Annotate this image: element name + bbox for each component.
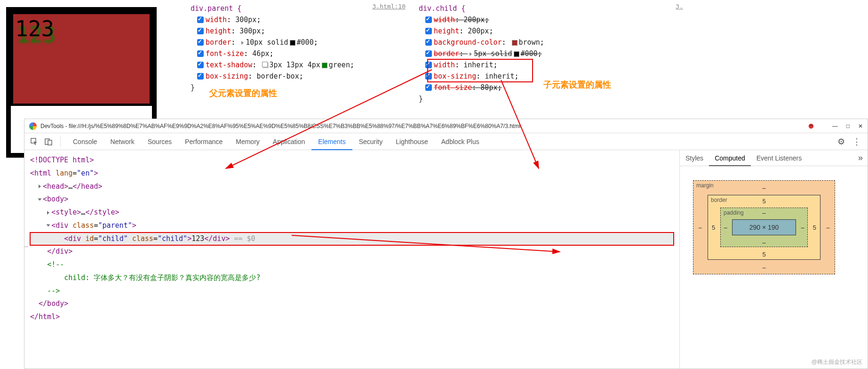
css-declaration[interactable]: box-sizing: border-box;	[191, 71, 405, 82]
brace-close: }	[419, 93, 682, 104]
css-toggle-checkbox[interactable]	[197, 39, 204, 46]
css-declaration[interactable]: width: 200px;	[419, 14, 682, 25]
side-tab-styles[interactable]: Styles	[680, 150, 709, 166]
side-tab-computed[interactable]: Computed	[709, 150, 751, 166]
annotation-child-label: 子元素设置的属性	[543, 79, 611, 90]
collapse-icon[interactable]	[47, 225, 50, 227]
tab-network[interactable]: Network	[104, 133, 141, 150]
css-declaration[interactable]: background-color: brown;	[419, 37, 682, 48]
css-declaration[interactable]: text-shadow: 3px 13px 4pxgreen;	[191, 59, 405, 71]
watermark: @稀土掘金技术社区	[812, 358, 862, 366]
settings-icon[interactable]: ⚙	[835, 136, 848, 147]
device-icon[interactable]	[42, 136, 55, 148]
side-tab-event-listeners[interactable]: Event Listeners	[751, 150, 808, 166]
styles-panel-child: 3. div.child { width: 200px;height: 200p…	[414, 0, 687, 107]
css-toggle-checkbox[interactable]	[425, 50, 432, 57]
collapse-icon[interactable]	[38, 198, 42, 201]
bm-border-label: border	[711, 197, 727, 203]
svg-rect-5	[48, 140, 52, 145]
css-declaration[interactable]: border: 5px solid#000;	[419, 48, 682, 59]
css-toggle-checkbox[interactable]	[425, 84, 432, 91]
tab-security[interactable]: Security	[352, 133, 390, 150]
css-declaration[interactable]: font-size: 46px;	[191, 48, 405, 59]
bug-icon[interactable]	[808, 123, 814, 129]
css-declaration[interactable]: border: 10px solid#000;	[191, 37, 405, 48]
ellipsis-icon: ⋯	[24, 240, 29, 254]
css-toggle-checkbox[interactable]	[425, 28, 432, 34]
devtools-window: DevTools - file:///H:/js/%E5%89%8D%E7%AB…	[24, 119, 868, 369]
css-declaration[interactable]: height: 200px;	[419, 25, 682, 37]
more-icon[interactable]: ⋮	[850, 136, 864, 147]
side-tabs: StylesComputedEvent Listeners»	[680, 150, 868, 166]
side-panel: StylesComputedEvent Listeners» margin ‒ …	[679, 150, 868, 369]
window-maximize-button[interactable]: □	[846, 123, 850, 129]
rendered-child: 123	[11, 12, 152, 106]
annotation-parent-label: 父元素设置的属性	[209, 88, 277, 99]
css-declaration[interactable]: width: 300px;	[191, 14, 405, 25]
bm-padding-label: padding	[724, 209, 744, 216]
css-toggle-checkbox[interactable]	[425, 39, 432, 46]
styles-panel-parent: 3.html:10 div.parent { width: 300px;heig…	[186, 0, 409, 96]
svg-point-1	[810, 125, 811, 126]
more-icon[interactable]: »	[853, 153, 868, 163]
css-selector: div.child {	[419, 4, 465, 13]
svg-point-0	[809, 123, 814, 128]
tab-application[interactable]: Application	[266, 133, 312, 150]
expand-icon[interactable]	[39, 184, 41, 188]
devtools-title: DevTools - file:///H:/js/%E5%89%8D%E7%AB…	[40, 123, 520, 129]
tab-sources[interactable]: Sources	[141, 133, 178, 150]
tab-lighthouse[interactable]: Lighthouse	[389, 133, 435, 150]
devtools-icon	[29, 122, 37, 130]
window-close-button[interactable]: ✕	[858, 123, 863, 129]
devtools-tabbar: ConsoleNetworkSourcesPerformanceMemoryAp…	[24, 133, 868, 150]
elements-dom-tree[interactable]: ⋯ <!DOCTYPE html> <html lang="en"> <head…	[24, 150, 679, 369]
svg-point-2	[812, 125, 812, 126]
css-selector: div.parent {	[191, 4, 241, 13]
css-toggle-checkbox[interactable]	[197, 28, 204, 34]
highlight-box-inherit	[427, 59, 533, 82]
tab-performance[interactable]: Performance	[178, 133, 229, 150]
css-toggle-checkbox[interactable]	[197, 73, 204, 80]
tab-console[interactable]: Console	[66, 133, 104, 150]
devtools-titlebar: DevTools - file:///H:/js/%E5%89%8D%E7%AB…	[24, 119, 868, 133]
bm-content: 290 × 190	[732, 219, 796, 235]
css-toggle-checkbox[interactable]	[197, 50, 204, 57]
bm-margin-label: margin	[696, 182, 714, 189]
expand-icon[interactable]	[47, 211, 49, 215]
tab-elements[interactable]: Elements	[311, 133, 352, 150]
css-toggle-checkbox[interactable]	[197, 16, 204, 23]
box-model: margin ‒ ‒ ‒ ‒ border 5 5 5 5 padding ‒	[680, 166, 868, 369]
source-link[interactable]: 3.	[676, 2, 683, 12]
window-minimize-button[interactable]: —	[832, 123, 838, 129]
dom-selected-row[interactable]: <div id="child" class="child">123</div> …	[30, 233, 674, 246]
css-toggle-checkbox[interactable]	[425, 16, 432, 23]
css-toggle-checkbox[interactable]	[197, 62, 204, 68]
source-link[interactable]: 3.html:10	[373, 2, 406, 12]
tab-adblock-plus[interactable]: Adblock Plus	[435, 133, 486, 150]
inspect-icon[interactable]	[28, 136, 40, 148]
css-declaration[interactable]: height: 300px;	[191, 25, 405, 37]
tab-memory[interactable]: Memory	[229, 133, 266, 150]
